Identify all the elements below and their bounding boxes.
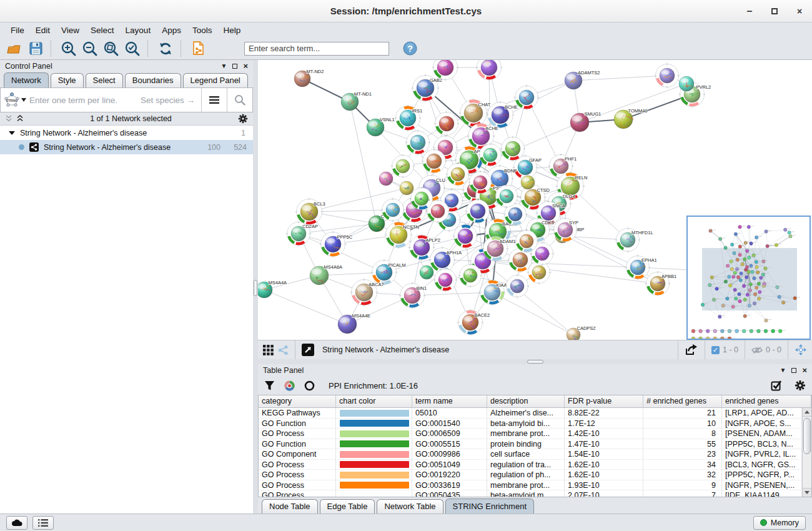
splitter-handle[interactable]: [527, 360, 543, 364]
birdseye-view[interactable]: [686, 216, 811, 340]
string-query-input[interactable]: [29, 88, 141, 112]
enrichment-row[interactable]: GO ProcessGO:0050435beta-amyloid m...2.0…: [259, 490, 802, 497]
string-search-button[interactable]: [227, 88, 252, 112]
chart-button[interactable]: [284, 380, 295, 392]
enrichment-row[interactable]: GO ProcessGO:0033619membrane prot...1.93…: [259, 480, 802, 491]
select-columns-button[interactable]: [771, 380, 782, 391]
horizontal-splitter[interactable]: [258, 359, 812, 364]
task-history-button[interactable]: [32, 516, 54, 530]
menu-item-tools[interactable]: Tools: [187, 24, 218, 36]
network-selection-status: 1 of 1 Network selected: [24, 114, 238, 123]
splitter-handle[interactable]: [254, 280, 257, 296]
tab-select[interactable]: Select: [86, 73, 123, 87]
pan-navigation-button[interactable]: [795, 344, 807, 356]
enrichment-row[interactable]: GO ProcessGO:0019220regulation of ph...1…: [259, 470, 802, 480]
open-in-window-button[interactable]: [302, 344, 314, 356]
enrichment-row[interactable]: KEGG Pathways05010Alzheimer's dise...8.8…: [259, 408, 802, 419]
menu-item-apps[interactable]: Apps: [156, 24, 187, 36]
search-input[interactable]: [244, 42, 389, 56]
enrichment-row[interactable]: GO ProcessGO:0006509membrane prot...1.42…: [259, 429, 802, 439]
cloud-tasks-button[interactable]: [6, 516, 27, 530]
svg-text:STRING: STRING: [6, 99, 18, 102]
svg-text:DLG4: DLG4: [563, 194, 575, 199]
refresh-network-button[interactable]: [156, 40, 175, 57]
tab-legend-panel[interactable]: Legend Panel: [183, 73, 248, 87]
column-header-0[interactable]: category: [259, 395, 336, 407]
tab-string-enrichment[interactable]: STRING Enrichment: [445, 499, 534, 514]
collapse-all-button[interactable]: [5, 115, 12, 122]
share-network-button[interactable]: [278, 345, 289, 355]
svg-text:GFAP: GFAP: [529, 157, 542, 163]
enrichment-row[interactable]: GO FunctionGO:0005515protein binding1.47…: [259, 439, 802, 450]
menu-item-layout[interactable]: Layout: [120, 24, 157, 36]
menu-item-edit[interactable]: Edit: [30, 24, 56, 36]
enrichment-row[interactable]: GO ComponentGO:0009986cell surface1.54E-…: [259, 449, 802, 460]
expand-arrow-icon[interactable]: [9, 131, 15, 135]
help-button[interactable]: ?: [400, 40, 419, 57]
network-options-button[interactable]: [238, 114, 248, 124]
memory-button[interactable]: Memory: [753, 516, 806, 530]
svg-text:BACE2: BACE2: [475, 312, 490, 318]
hidden-count-badge: 0 - 0: [751, 345, 781, 354]
network-from-file-button[interactable]: [189, 40, 208, 57]
menu-item-file[interactable]: File: [5, 24, 30, 36]
svg-text:BCHE: BCHE: [505, 104, 518, 110]
close-panel-icon[interactable]: ×: [802, 365, 807, 375]
float-panel-icon[interactable]: [791, 368, 796, 373]
tab-edge-table[interactable]: Edge Table: [320, 499, 375, 514]
tab-style[interactable]: Style: [51, 73, 84, 87]
zoom-selected-button[interactable]: [123, 40, 142, 57]
column-header-6[interactable]: enriched genes: [722, 395, 811, 407]
svg-text:RELN: RELN: [575, 175, 588, 181]
scrollbar-thumb[interactable]: [803, 418, 811, 454]
menu-item-select[interactable]: Select: [85, 24, 120, 36]
tab-boundaries[interactable]: Boundaries: [125, 73, 181, 87]
close-panel-icon[interactable]: ×: [243, 61, 248, 71]
main-toolbar: ?: [0, 37, 812, 60]
expand-all-button[interactable]: [16, 115, 24, 122]
network-row-selected[interactable]: String Network - Alzheimer's disease 100…: [0, 140, 253, 154]
svg-text:NCSTN: NCSTN: [403, 224, 419, 230]
column-header-3[interactable]: description: [487, 395, 565, 407]
description-cell: regulation of ph...: [487, 470, 565, 480]
panel-menu-icon[interactable]: ▼: [780, 367, 786, 374]
description-cell: beta-amyloid bi...: [487, 419, 565, 429]
vertical-splitter[interactable]: [253, 60, 258, 514]
enrichment-row[interactable]: GO ProcessGO:0051049regulation of tra...…: [259, 460, 802, 470]
scroll-down-button[interactable]: [803, 488, 811, 497]
maximize-button[interactable]: [770, 6, 780, 16]
string-source-selector[interactable]: STRING: [1, 88, 29, 112]
zoom-out-button[interactable]: [81, 40, 99, 57]
export-network-button[interactable]: [685, 344, 698, 356]
ring-button[interactable]: [304, 380, 315, 391]
string-options-button[interactable]: [202, 88, 227, 112]
network-canvas[interactable]: MT-ND2MT-ND1VSNL1GAB2IRS1CHATBCHEACHEAPO…: [258, 60, 812, 340]
tab-network[interactable]: Network: [4, 72, 49, 87]
panel-menu-icon[interactable]: ▼: [221, 62, 227, 69]
term-cell: GO:0009986: [412, 449, 487, 459]
minimize-button[interactable]: –: [745, 6, 755, 16]
filter-button[interactable]: [264, 380, 275, 391]
table-scrollbar[interactable]: [802, 408, 811, 497]
menu-item-view[interactable]: View: [56, 24, 85, 36]
column-header-1[interactable]: chart color: [336, 395, 412, 407]
table-settings-button[interactable]: [795, 380, 806, 391]
zoom-in-button[interactable]: [59, 40, 78, 57]
enrichment-row[interactable]: GO FunctionGO:0001540beta-amyloid bi...1…: [259, 419, 802, 429]
column-header-5[interactable]: # enriched genes: [643, 395, 722, 407]
open-session-button[interactable]: [5, 40, 24, 57]
grid-view-button[interactable]: [263, 345, 274, 355]
close-button[interactable]: ×: [795, 6, 805, 16]
genes-cell: [LRP1, APOE, AD...: [722, 408, 802, 418]
tab-network-table[interactable]: Network Table: [377, 499, 443, 514]
zoom-fit-button[interactable]: [102, 40, 121, 57]
float-panel-icon[interactable]: [232, 64, 237, 69]
network-collection-row[interactable]: String Network - Alzheimer's disease 1: [0, 126, 253, 140]
save-session-button[interactable]: [26, 40, 45, 57]
scroll-up-button[interactable]: [803, 408, 811, 417]
column-header-4[interactable]: FDR p-value: [565, 395, 643, 407]
count-cell: 7: [643, 490, 722, 497]
menu-item-help[interactable]: Help: [217, 24, 246, 36]
column-header-2[interactable]: term name: [412, 395, 487, 407]
tab-node-table[interactable]: Node Table: [262, 499, 318, 514]
